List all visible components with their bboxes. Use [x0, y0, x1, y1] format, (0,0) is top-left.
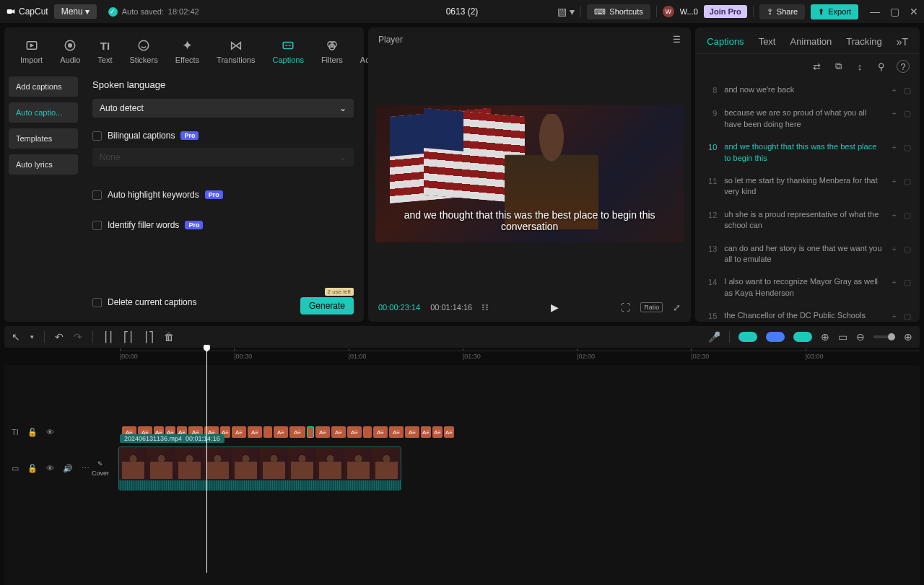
snap-toggle[interactable] — [738, 332, 757, 342]
lock-icon[interactable]: 🔓 — [27, 428, 38, 437]
zoom-slider[interactable] — [873, 335, 895, 338]
user-avatar[interactable]: W — [663, 6, 674, 17]
visibility-icon[interactable]: 👁 — [46, 428, 54, 437]
add-icon[interactable]: + — [892, 176, 897, 187]
caption-clip[interactable]: A≡ — [347, 426, 362, 438]
delete-icon[interactable]: ▢ — [904, 244, 911, 255]
caption-clip[interactable]: A≡ — [405, 426, 419, 438]
export-button[interactable]: ⬆ Export — [811, 4, 858, 19]
caption-item[interactable]: 11 so let me start by thanking Menbera f… — [699, 170, 915, 203]
minimize-icon[interactable]: — — [870, 6, 880, 17]
delete-icon[interactable]: ▢ — [904, 85, 911, 96]
add-icon[interactable]: + — [892, 142, 897, 153]
caption-clip[interactable]: A≡ — [248, 426, 262, 438]
tab-effects[interactable]: ✦Effects — [167, 35, 208, 67]
add-icon[interactable]: + — [892, 85, 897, 96]
maximize-icon[interactable]: ▢ — [890, 6, 899, 17]
mic-icon[interactable]: 🎤 — [708, 331, 720, 343]
caption-clip[interactable]: A≡ — [432, 426, 443, 438]
focus-icon[interactable]: ⛶ — [621, 302, 630, 313]
fullscreen-icon[interactable]: ⤢ — [673, 302, 681, 313]
help-icon[interactable]: ? — [897, 60, 910, 73]
add-icon[interactable]: + — [892, 244, 897, 255]
language-dropdown[interactable]: Auto detect ⌄ — [92, 99, 354, 118]
preview-icon[interactable]: ▭ — [838, 331, 847, 343]
zoom-out-icon[interactable]: ⊖ — [856, 331, 865, 343]
caption-item[interactable]: 9 because we are so proud of what you al… — [699, 102, 915, 136]
visibility-icon[interactable]: 👁 — [46, 464, 54, 473]
list-toggle-icon[interactable] — [482, 304, 488, 310]
delete-icon[interactable]: ▢ — [904, 311, 911, 322]
video-clip[interactable]: 202406131136.mp4 00:01:14:16 — [118, 447, 401, 491]
caption-clip[interactable]: A≡ — [289, 426, 305, 438]
video-track-icon[interactable]: ▭ — [12, 464, 19, 473]
trim-right-icon[interactable]: ⎮⎤ — [144, 331, 154, 343]
play-button[interactable]: ▶ — [551, 302, 559, 313]
tabs-more-icon[interactable]: »T — [897, 36, 908, 48]
caption-clip[interactable]: A≡ — [274, 426, 288, 438]
align-icon[interactable]: ⊕ — [821, 331, 829, 343]
zoom-in-icon[interactable]: ⊕ — [904, 331, 912, 343]
timeline-ruler[interactable]: |00:00|00:30|01:00|01:30|02:00|02:30|03:… — [4, 351, 920, 365]
tab-captions[interactable]: Captions — [263, 35, 312, 67]
delete-icon[interactable]: ▢ — [904, 210, 911, 221]
join-pro-button[interactable]: Join Pro — [704, 5, 747, 18]
add-icon[interactable]: + — [892, 311, 897, 322]
delete-checkbox[interactable] — [92, 298, 102, 307]
menu-icon[interactable]: ☰ — [673, 35, 681, 45]
ratio-button[interactable]: Ratio — [640, 302, 663, 312]
translate-icon[interactable]: ⇄ — [810, 60, 823, 73]
caption-clip[interactable]: A≡ — [373, 426, 388, 438]
sidebar-auto-captions[interactable]: Auto captio... — [9, 102, 78, 123]
cursor-tool-icon[interactable]: ↖ — [12, 331, 20, 343]
sidebar-auto-lyrics[interactable]: Auto lyrics — [9, 154, 78, 175]
caption-clip[interactable]: A≡ — [315, 426, 330, 438]
caption-item[interactable]: 14 I also want to recognize Mayor Gray a… — [699, 270, 915, 304]
lock-icon[interactable]: 🔓 — [27, 464, 38, 473]
delete-icon[interactable]: 🗑 — [164, 331, 174, 343]
caption-clip[interactable]: A≡ — [421, 426, 431, 438]
caption-clip[interactable]: A≡ — [389, 426, 404, 438]
search-icon[interactable]: ⚲ — [875, 60, 888, 73]
tab-audio[interactable]: Audio — [51, 35, 89, 67]
tab-text-inspector[interactable]: Text — [759, 36, 776, 48]
delete-icon[interactable]: ▢ — [904, 108, 911, 119]
delete-icon[interactable]: ▢ — [904, 142, 911, 153]
tab-stickers[interactable]: Stickers — [121, 35, 167, 67]
undo-icon[interactable]: ↶ — [55, 331, 64, 343]
filler-checkbox[interactable] — [92, 221, 102, 230]
highlight-checkbox[interactable] — [92, 190, 102, 200]
share-button[interactable]: ⇪ Share — [759, 4, 805, 19]
sort-icon[interactable]: ↕ — [853, 60, 866, 73]
caption-item[interactable]: 15 the Chancellor of the DC Public Schoo… — [699, 304, 915, 322]
add-icon[interactable]: + — [892, 108, 897, 119]
layout-icon[interactable]: ▧ ▾ — [557, 6, 575, 17]
close-icon[interactable]: ✕ — [910, 6, 918, 17]
tab-animation-inspector[interactable]: Animation — [790, 36, 832, 48]
caption-clip[interactable] — [263, 426, 272, 438]
tab-text[interactable]: TIText — [89, 35, 121, 67]
redo-icon[interactable]: ↷ — [74, 331, 82, 343]
caption-item[interactable]: 10 and we thought that this was the best… — [699, 136, 915, 170]
caption-clip[interactable]: A≡ — [232, 426, 246, 438]
split-icon[interactable]: ⎮⎮ — [103, 331, 113, 343]
caption-item[interactable]: 13 can do and her story is one that we w… — [699, 237, 915, 271]
bilingual-checkbox[interactable] — [92, 131, 102, 141]
add-icon[interactable]: + — [892, 277, 897, 288]
tab-transitions[interactable]: ⋈Transitions — [208, 35, 263, 67]
menu-button[interactable]: Menu ▾ — [54, 4, 97, 19]
caption-clip[interactable]: A≡ — [444, 426, 454, 438]
tab-captions-inspector[interactable]: Captions — [707, 36, 744, 48]
more-icon[interactable]: ⋯ — [82, 464, 90, 473]
caption-clip[interactable] — [307, 426, 314, 438]
cursor-dropdown-icon[interactable]: ▾ — [30, 333, 34, 340]
sidebar-add-captions[interactable]: Add captions — [9, 76, 78, 97]
merge-icon[interactable]: ⧉ — [832, 60, 845, 73]
caption-clip[interactable]: A≡ — [331, 426, 346, 438]
add-icon[interactable]: + — [892, 210, 897, 221]
tab-filters[interactable]: Filters — [313, 35, 352, 67]
video-preview[interactable]: and we thought that this was the best pl… — [375, 52, 684, 296]
generate-button[interactable]: 2 use left Generate — [300, 297, 354, 315]
playhead[interactable] — [206, 349, 207, 573]
caption-item[interactable]: 12 uh she is a proud representative of w… — [699, 203, 915, 237]
